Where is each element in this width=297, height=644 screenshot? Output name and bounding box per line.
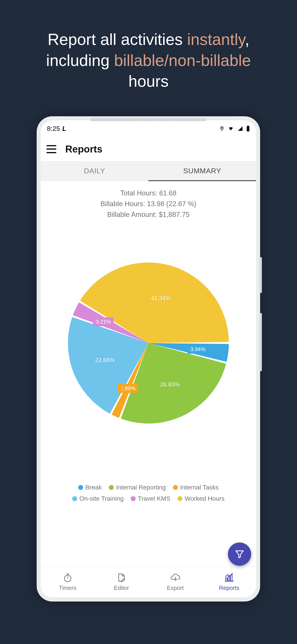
screen: 8:25 L Reports DAILY SUMMARY: [41, 120, 256, 598]
battery-icon: [246, 126, 250, 132]
wifi-icon: [228, 126, 234, 131]
legend-item: Worked Hours: [177, 495, 224, 502]
location-icon: [220, 125, 224, 132]
phone-side-button: [260, 313, 262, 371]
status-bar: 8:25 L: [41, 120, 256, 137]
status-time: 8:25: [47, 125, 60, 132]
legend-label: Internal Reporting: [116, 484, 166, 491]
app-title: Reports: [65, 144, 102, 155]
svg-rect-4: [226, 578, 227, 581]
legend-label: Internal Tasks: [180, 484, 219, 491]
legend-label: Worked Hours: [185, 495, 224, 502]
app-bar: Reports: [41, 137, 256, 162]
summary-stats: Total Hours: 61.68 Billable Hours: 13.98…: [100, 188, 196, 220]
pie-chart: 3.94%26.83%1.99%22.66%3.21%41.34%: [66, 260, 231, 426]
tabs: DAILY SUMMARY: [41, 162, 256, 181]
cloud-download-icon: [170, 573, 181, 582]
legend-label: Break: [85, 484, 102, 491]
stat-billable-hours: Billable Hours: 13.98 (22.67 %): [100, 198, 196, 209]
phone-side-button: [260, 257, 262, 293]
phone-speaker: [90, 118, 207, 121]
legend-dot: [173, 485, 178, 490]
nav-label: Export: [167, 584, 184, 592]
legend-item: On-site Training: [72, 495, 124, 502]
filter-fab[interactable]: [228, 542, 251, 566]
tab-summary[interactable]: SUMMARY: [148, 162, 256, 181]
legend-dot: [109, 485, 114, 490]
promo-accent-2: billable/non-billable: [114, 52, 251, 69]
promo-text-3: hours: [128, 72, 169, 90]
slice-label: 26.83%: [160, 381, 180, 388]
nav-export[interactable]: Export: [148, 566, 202, 598]
menu-icon[interactable]: [46, 145, 56, 153]
slice-label: 3.21%: [93, 317, 113, 326]
legend-item: Internal Tasks: [173, 484, 219, 491]
content-area: Total Hours: 61.68 Billable Hours: 13.98…: [41, 181, 256, 566]
slice-label: 22.66%: [95, 356, 115, 363]
legend-dot: [177, 496, 182, 501]
app-indicator-icon: L: [62, 125, 66, 132]
svg-point-0: [222, 128, 223, 128]
nav-editor[interactable]: Editor: [94, 566, 148, 598]
stat-total-hours: Total Hours: 61.68: [100, 188, 196, 198]
promo-heading: Report all activities instantly, includi…: [0, 0, 297, 92]
svg-rect-1: [247, 126, 249, 132]
nav-reports[interactable]: Reports: [202, 566, 256, 598]
legend-dot: [72, 496, 77, 501]
nav-timers[interactable]: Timers: [41, 566, 94, 598]
legend-item: Internal Reporting: [109, 484, 166, 491]
nav-label: Editor: [114, 584, 129, 592]
chart-legend: BreakInternal ReportingInternal TasksOn-…: [41, 484, 256, 502]
promo-text-1: Report all activities: [48, 30, 187, 48]
bottom-nav: Timers Editor Export: [41, 566, 256, 598]
svg-rect-6: [230, 575, 232, 582]
svg-rect-2: [248, 126, 249, 126]
tab-daily[interactable]: DAILY: [41, 162, 148, 181]
stopwatch-icon: [63, 573, 73, 582]
legend-label: Travel KMS: [138, 495, 170, 502]
chart-icon: [224, 573, 235, 582]
legend-dot: [78, 485, 83, 490]
stat-billable-amount: Billable Amount: $1,887.75: [100, 209, 196, 220]
signal-icon: [237, 126, 243, 131]
promo-accent-1: instantly: [187, 30, 245, 48]
legend-item: Break: [78, 484, 102, 491]
legend-item: Travel KMS: [131, 495, 170, 502]
funnel-icon: [235, 549, 245, 559]
nav-label: Timers: [59, 584, 76, 592]
phone-frame: 8:25 L Reports DAILY SUMMARY: [37, 116, 260, 602]
svg-rect-5: [228, 576, 230, 581]
slice-label: 1.99%: [118, 384, 138, 393]
legend-label: On-site Training: [79, 495, 124, 502]
slice-label: 3.94%: [188, 345, 208, 354]
slice-label: 41.34%: [151, 294, 171, 302]
nav-label: Reports: [219, 584, 239, 592]
document-edit-icon: [117, 573, 126, 582]
legend-dot: [131, 496, 136, 501]
